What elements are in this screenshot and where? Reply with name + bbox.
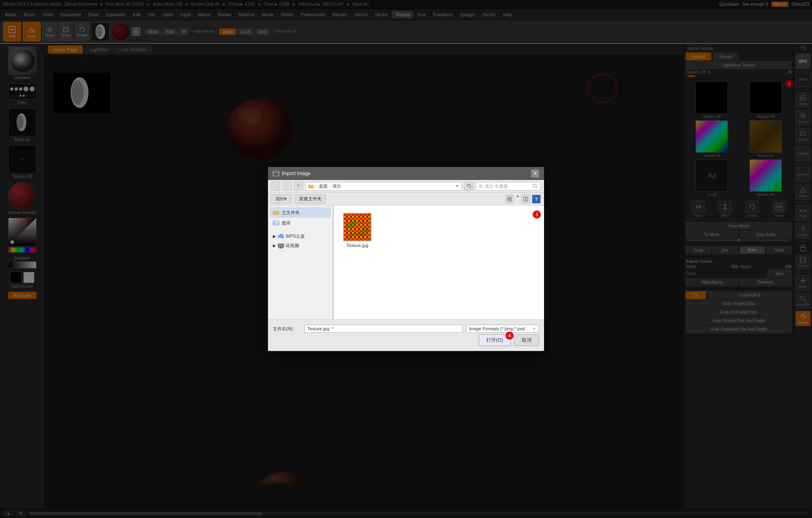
file-step-badge: 3 bbox=[533, 210, 541, 219]
file-type-select[interactable]: Image Formats (*.bmp;*.psd bbox=[466, 325, 539, 333]
svg-marker-72 bbox=[331, 327, 334, 329]
sidebar-computer-group[interactable]: ▶ 此电脑 bbox=[270, 241, 331, 250]
svg-rect-55 bbox=[510, 197, 512, 199]
filename-dropdown-icon[interactable] bbox=[330, 326, 335, 330]
modal-filename-row: 文件名(N): Texture.jpg Image Formats (*.bmp… bbox=[273, 325, 539, 333]
new-folder-button[interactable]: 新建文件夹 bbox=[295, 194, 326, 204]
file-name-label: 文件名(N): bbox=[273, 326, 301, 332]
modal-forward-button[interactable]: › bbox=[283, 182, 292, 191]
texture-jpg-thumb bbox=[343, 213, 371, 241]
view-grid-button[interactable] bbox=[505, 195, 514, 204]
svg-rect-59 bbox=[524, 197, 525, 201]
file-type-value: Image Formats (*.bmp;*.psd bbox=[469, 326, 525, 331]
svg-rect-48 bbox=[273, 171, 279, 176]
svg-rect-61 bbox=[273, 221, 279, 225]
import-image-dialog: Import Image ✕ ‹ › › 桌面 › 演示 bbox=[268, 167, 544, 351]
folder-icon bbox=[308, 183, 314, 189]
modal-title: Import Image bbox=[282, 171, 311, 176]
modal-up-button[interactable] bbox=[294, 182, 303, 191]
sidebar-wps-group[interactable]: ▶ WPS云盘 bbox=[270, 232, 331, 241]
modal-close-icon: ✕ bbox=[533, 171, 537, 176]
svg-rect-57 bbox=[510, 199, 512, 201]
view-dropdown-icon[interactable] bbox=[516, 195, 520, 199]
texture-jpg-file[interactable]: Texture.jpg bbox=[339, 210, 376, 250]
svg-rect-56 bbox=[508, 199, 509, 201]
view-grid-icon bbox=[507, 197, 512, 202]
gallery-icon bbox=[273, 220, 279, 226]
modal-refresh-button[interactable] bbox=[464, 182, 473, 191]
open-btn-label: 打开(O) bbox=[486, 337, 503, 343]
modal-cancel-button[interactable]: 取消 bbox=[514, 334, 539, 346]
modal-sidebar: 主文件夹 图库 ▶ WPS云盘 ▶ 此电脑 bbox=[268, 206, 333, 319]
computer-icon bbox=[278, 243, 284, 249]
sidebar-gallery[interactable]: 图库 bbox=[270, 218, 331, 228]
svg-rect-54 bbox=[508, 197, 509, 199]
sidebar-computer-arrow: ▶ bbox=[273, 243, 276, 248]
modal-path: › 桌面 › 演示 bbox=[305, 182, 462, 191]
svg-rect-63 bbox=[278, 244, 284, 247]
modal-overlay: Import Image ✕ ‹ › › 桌面 › 演示 bbox=[0, 0, 812, 518]
modal-toolbar: ‹ › › 桌面 › 演示 在 演示 中搜索 bbox=[268, 180, 544, 193]
svg-marker-73 bbox=[533, 328, 536, 329]
svg-point-52 bbox=[533, 184, 536, 187]
modal-path-desktop: 桌面 bbox=[319, 183, 328, 189]
wps-cloud-icon bbox=[278, 234, 284, 239]
svg-marker-50 bbox=[456, 185, 458, 187]
modal-content: 主文件夹 图库 ▶ WPS云盘 ▶ 此电脑 bbox=[268, 206, 544, 319]
main-folder-label: 主文件夹 bbox=[282, 210, 300, 216]
modal-search-box[interactable]: 在 演示 中搜索 bbox=[476, 182, 541, 191]
modal-buttons-row: 打开(O) 4 取消 bbox=[273, 334, 539, 346]
modal-back-icon: ‹ bbox=[275, 183, 276, 189]
modal-action-bar: 组织▾ 新建文件夹 ? bbox=[268, 193, 544, 206]
sidebar-main-folder[interactable]: 主文件夹 bbox=[270, 207, 331, 218]
search-icon bbox=[532, 183, 538, 189]
view-split-button[interactable] bbox=[521, 195, 530, 204]
dialog-icon bbox=[273, 170, 279, 177]
path-dropdown-icon[interactable] bbox=[455, 184, 459, 188]
main-folder-icon bbox=[273, 209, 279, 216]
view-options: ? bbox=[505, 195, 541, 204]
gallery-label: 图库 bbox=[282, 220, 291, 226]
open-step-badge: 4 bbox=[505, 332, 514, 340]
modal-path-separator2: › bbox=[329, 184, 331, 189]
modal-files: Texture.jpg 3 bbox=[334, 206, 544, 319]
filetype-dropdown-icon[interactable] bbox=[532, 327, 536, 331]
svg-line-53 bbox=[536, 187, 537, 188]
wps-label: WPS云盘 bbox=[286, 233, 305, 239]
organize-button[interactable]: 组织▾ bbox=[271, 194, 292, 204]
view-split-icon bbox=[523, 197, 528, 202]
computer-label: 此电脑 bbox=[286, 243, 299, 249]
modal-title-bar: Import Image ✕ bbox=[268, 167, 544, 180]
modal-back-button[interactable]: ‹ bbox=[271, 182, 280, 191]
modal-up-icon bbox=[296, 184, 301, 189]
svg-rect-60 bbox=[526, 197, 528, 201]
file-name-input[interactable]: Texture.jpg bbox=[304, 325, 463, 333]
modal-bottom: 文件名(N): Texture.jpg Image Formats (*.bmp… bbox=[268, 319, 544, 351]
modal-open-button[interactable]: 打开(O) 4 bbox=[479, 334, 511, 346]
view-help-button[interactable]: ? bbox=[532, 195, 541, 204]
texture-file-container: Texture.jpg 3 bbox=[339, 210, 539, 250]
modal-path-separator: › bbox=[315, 184, 317, 189]
modal-search-placeholder: 在 演示 中搜索 bbox=[479, 183, 508, 189]
refresh-icon bbox=[466, 184, 471, 189]
file-name-value: Texture.jpg bbox=[307, 326, 329, 331]
modal-close-button[interactable]: ✕ bbox=[531, 169, 539, 178]
svg-marker-58 bbox=[516, 196, 519, 197]
texture-jpg-name: Texture.jpg bbox=[346, 243, 368, 248]
sidebar-wps-arrow: ▶ bbox=[273, 234, 276, 238]
modal-forward-icon: › bbox=[286, 183, 288, 189]
modal-path-folder: 演示 bbox=[332, 183, 341, 189]
